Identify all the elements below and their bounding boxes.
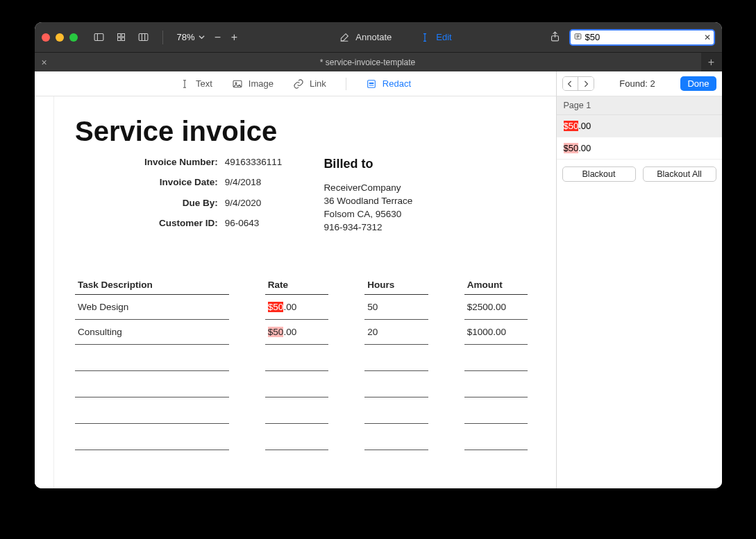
zoom-in-button[interactable]: + [227, 31, 242, 44]
redact-action-buttons: Blackout Blackout All [557, 160, 722, 189]
next-result-button[interactable] [578, 77, 594, 90]
label-invoice-number: Invoice Number: [144, 157, 218, 174]
redact-icon [366, 78, 377, 89]
billed-company: ReceiverCompany [324, 182, 528, 193]
tab-title: * service-invoice-template [320, 58, 415, 67]
blackout-button[interactable]: Blackout [562, 166, 636, 182]
table-row: Web Design$50.0050$2500.00 [75, 295, 528, 320]
svg-rect-5 [121, 37, 124, 40]
nav-prev-next [562, 76, 594, 91]
svg-rect-6 [139, 34, 148, 41]
search-highlight: $50 [564, 121, 579, 131]
cell-desc: Web Design [75, 295, 229, 320]
text-cursor-icon [179, 78, 190, 89]
cell-hours: 20 [364, 320, 428, 345]
billed-phone: 916-934-7312 [324, 222, 528, 232]
billed-to-heading: Billed to [324, 157, 528, 171]
svg-point-12 [235, 82, 237, 83]
page-1: Service invoice Invoice Number: 49163336… [54, 96, 548, 488]
cell-hours: 50 [364, 295, 428, 320]
billed-to-block: Billed to ReceiverCompany 36 Woodland Te… [296, 157, 528, 235]
invoice-meta: Invoice Number: 49163336111 Invoice Date… [144, 157, 282, 235]
search-results-header: Found: 2 Done [557, 71, 722, 96]
table-row-empty [75, 424, 528, 450]
search-highlight: $50 [564, 143, 579, 153]
minimize-window-button[interactable] [56, 33, 64, 42]
text-cursor-icon [419, 32, 430, 43]
document-canvas[interactable]: Service invoice Invoice Number: 49163336… [35, 96, 556, 488]
toolbar-separator [162, 31, 163, 44]
invoice-table: Task Description Rate Hours Amount Web D… [75, 275, 528, 450]
chevron-right-icon [583, 80, 589, 87]
search-highlight: $50 [268, 302, 284, 312]
close-window-button[interactable] [42, 33, 50, 42]
table-row: Consulting$50.0020$1000.00 [75, 320, 528, 345]
pencil-underline-icon [339, 32, 350, 43]
toolbar-separator [346, 78, 346, 90]
tab-service-invoice[interactable]: × * service-invoice-template [35, 53, 701, 71]
new-tab-button[interactable]: + [701, 56, 722, 69]
cell-amount: $2500.00 [464, 295, 528, 320]
svg-rect-14 [369, 83, 373, 84]
edit-tool-toolbar: Text Image Link Redact [35, 71, 556, 96]
value-invoice-date: 9/4/2018 [225, 177, 283, 194]
zoom-select[interactable]: 78% [177, 32, 205, 42]
sidebar-toggle-icon[interactable] [90, 30, 108, 45]
done-button[interactable]: Done [680, 76, 716, 91]
search-options-icon[interactable] [573, 32, 582, 42]
image-icon [232, 78, 243, 89]
label-customer-id: Customer ID: [144, 218, 218, 235]
search-result-item[interactable]: $50.00 [557, 137, 722, 160]
search-field-wrap[interactable]: ✕ [569, 29, 715, 46]
page-ruler [42, 96, 54, 488]
svg-rect-4 [118, 37, 121, 40]
share-button[interactable] [549, 31, 561, 44]
cell-rate: $50.00 [265, 320, 328, 345]
tab-close-button[interactable]: × [42, 57, 47, 68]
window-traffic-lights [42, 33, 78, 42]
th-hours: Hours [364, 275, 428, 295]
tool-image[interactable]: Image [232, 78, 274, 89]
cell-desc: Consulting [75, 320, 229, 345]
fullscreen-window-button[interactable] [69, 33, 78, 42]
table-row-empty [75, 345, 528, 371]
annotate-label: Annotate [355, 32, 392, 42]
table-row-empty [75, 371, 528, 397]
document-area: Text Image Link Redact [35, 71, 557, 488]
th-rate: Rate [265, 275, 328, 295]
search-results-panel: Found: 2 Done Page 1 $50.00$50.00 Blacko… [557, 71, 722, 488]
results-page-header: Page 1 [557, 96, 722, 115]
titlebar: 78% − + Annotate Edit [35, 22, 722, 52]
search-result-item[interactable]: $50.00 [557, 115, 722, 137]
column-view-icon[interactable] [135, 30, 153, 45]
zoom-out-button[interactable]: − [210, 31, 226, 44]
svg-rect-0 [94, 34, 103, 41]
edit-label: Edit [436, 32, 451, 42]
tool-text[interactable]: Text [179, 78, 212, 89]
tool-redact[interactable]: Redact [366, 78, 411, 89]
th-amount: Amount [464, 275, 528, 295]
prev-result-button[interactable] [563, 77, 578, 90]
billed-addr2: Folsom CA, 95630 [324, 209, 528, 219]
tab-bar: × * service-invoice-template + [35, 52, 722, 71]
grid-view-icon[interactable] [112, 30, 131, 45]
chevron-left-icon [567, 80, 573, 87]
chevron-down-icon [199, 34, 205, 40]
tool-image-label: Image [249, 78, 274, 89]
svg-rect-3 [121, 34, 124, 37]
table-row-empty [75, 397, 528, 424]
svg-rect-2 [118, 34, 121, 37]
clear-search-button[interactable]: ✕ [702, 33, 713, 42]
view-mode-group [90, 30, 153, 45]
tool-link[interactable]: Link [293, 78, 326, 89]
tool-redact-label: Redact [383, 78, 411, 89]
blackout-all-button[interactable]: Blackout All [643, 166, 716, 182]
zoom-value: 78% [177, 32, 195, 42]
billed-addr1: 36 Woodland Terrace [324, 196, 528, 206]
annotate-button[interactable]: Annotate [339, 32, 392, 43]
edit-button[interactable]: Edit [419, 32, 451, 43]
label-due-by: Due By: [144, 198, 218, 215]
tool-text-label: Text [196, 78, 212, 89]
value-customer-id: 96-0643 [225, 218, 283, 235]
search-input[interactable] [585, 32, 702, 42]
